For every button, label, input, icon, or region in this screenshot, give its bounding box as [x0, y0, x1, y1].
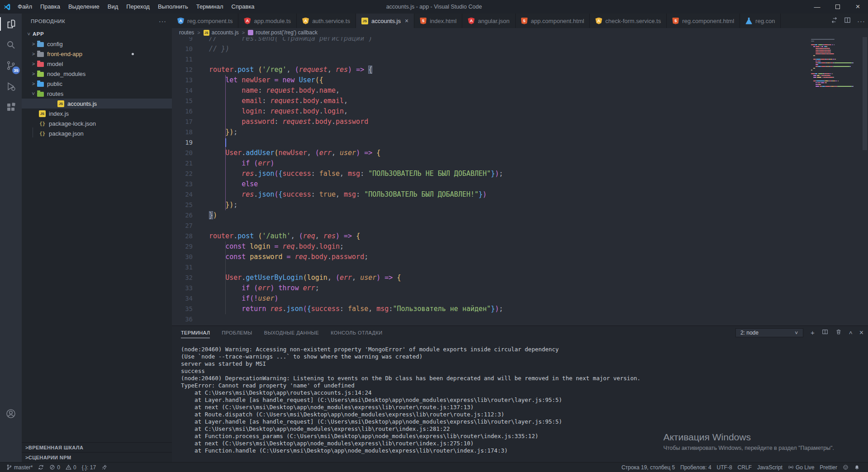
tree-item-model[interactable]: >model: [22, 59, 172, 69]
tree-item-node-modules[interactable]: >node_modules: [22, 69, 172, 79]
search-icon[interactable]: [0, 34, 22, 55]
source-control-icon[interactable]: 35: [0, 55, 22, 76]
status-rocket-icon[interactable]: [99, 463, 110, 472]
breadcrumb-item[interactable]: accounts.js: [212, 29, 239, 36]
tab-check-form-service-ts[interactable]: Acheck-form.service.ts: [590, 14, 667, 28]
close-panel-icon[interactable]: ×: [859, 330, 863, 336]
panel-tab-терминал[interactable]: ТЕРМИНАЛ: [181, 327, 210, 338]
menu-item-2[interactable]: Выделение: [64, 0, 104, 14]
status-git-branch-icon[interactable]: master*: [4, 463, 35, 472]
tab-reg-component-html[interactable]: 5reg.component.html: [667, 14, 740, 28]
editor-scrollbar[interactable]: [862, 37, 868, 339]
menu-item-1[interactable]: Правка: [36, 0, 64, 14]
kill-terminal-icon[interactable]: [835, 329, 842, 337]
terminal-line-5: TypeError: Cannot read property 'name' o…: [181, 382, 863, 389]
symbol-method-icon: [248, 30, 253, 35]
tab-reg-con[interactable]: reg.con: [740, 14, 781, 28]
windows-activation-watermark: Активация Windows Чтобы активировать Win…: [663, 432, 834, 451]
status-bell-icon[interactable]: [851, 463, 863, 472]
tab-close-icon[interactable]: ×: [405, 17, 408, 24]
files-icon[interactable]: [0, 14, 22, 34]
restore-icon[interactable]: [827, 0, 848, 14]
breadcrumb-item[interactable]: routes: [179, 29, 194, 36]
menu-item-3[interactable]: Вид: [104, 0, 123, 14]
tab-label: check-form.service.ts: [605, 18, 661, 24]
tree-item-package-json[interactable]: {}package.json: [22, 128, 172, 138]
tab-angular-json[interactable]: Aangular.json: [462, 14, 515, 28]
split-terminal-icon[interactable]: [822, 329, 828, 337]
more-actions-icon[interactable]: ···: [857, 17, 865, 25]
line-content: if(!user): [204, 293, 279, 304]
status-warning-triangle-icon[interactable]: 0: [63, 463, 79, 472]
explorer-more-actions-icon[interactable]: ···: [159, 18, 166, 25]
status-feedback-icon[interactable]: [840, 463, 851, 472]
close-icon[interactable]: ×: [848, 0, 868, 14]
status-error-circle-icon[interactable]: 0: [47, 463, 63, 472]
tab-reg-component-ts[interactable]: Areg.component.ts: [172, 14, 238, 28]
breadcrumb-item[interactable]: router.post('/reg') callback: [256, 29, 318, 36]
compare-arrows-icon[interactable]: [831, 17, 838, 25]
status-sync-icon[interactable]: [35, 463, 47, 472]
section-npm-scripts[interactable]: > СЦЕНАРИИ NPM: [22, 452, 172, 462]
source-control-badge: 35: [12, 66, 20, 74]
tree-item-accounts-js[interactable]: JSaccounts.js: [22, 99, 172, 109]
tree-root[interactable]: > APP: [22, 29, 172, 39]
status-item-javascript[interactable]: JavaScript: [754, 463, 785, 472]
tree-item-index-js[interactable]: JSindex.js: [22, 109, 172, 118]
tree-item-package-lock-json[interactable]: {}package-lock.json: [22, 118, 172, 128]
code-line-23: 23 else: [172, 179, 868, 189]
tree-item-routes[interactable]: >routes: [22, 89, 172, 99]
maximize-panel-icon[interactable]: >: [847, 331, 854, 334]
status-item-пробелов-4[interactable]: Пробелов: 4: [678, 463, 714, 472]
sync-icon: [38, 464, 44, 470]
menu-item-5[interactable]: Выполнить: [154, 0, 192, 14]
status-item-строка-19-столбец-5[interactable]: Строка 19, столбец 5: [619, 463, 678, 472]
extensions-icon[interactable]: [0, 97, 22, 118]
panel-tab-проблемы[interactable]: ПРОБЛЕМЫ: [222, 327, 252, 338]
js-file-icon: JS: [57, 100, 64, 107]
file-tree: > APP >config>front-end-app>model>node_m…: [22, 29, 172, 138]
menu-item-0[interactable]: Файл: [14, 0, 36, 14]
folder-icon: [37, 72, 44, 77]
line-content: });: [204, 200, 237, 210]
warning-triangle-icon: [66, 464, 71, 470]
tree-item-label: package.json: [49, 130, 84, 137]
breadcrumb-separator: >: [242, 30, 245, 35]
status-item-crlf[interactable]: CRLF: [735, 463, 754, 472]
tree-item-front-end-app[interactable]: >front-end-app: [22, 49, 172, 59]
tab-auth-service-ts[interactable]: Aauth.service.ts: [297, 14, 356, 28]
code-line-33: 33 if (err) throw err;: [172, 283, 868, 293]
tab-accounts-js[interactable]: JSaccounts.js×: [356, 14, 414, 28]
panel-tab-выходные-данные[interactable]: ВЫХОДНЫЕ ДАННЫЕ: [264, 327, 319, 338]
code-editor[interactable]: 9// res.send('Страница регистрации')10//…: [172, 37, 868, 339]
menu-item-7[interactable]: Справка: [228, 0, 259, 14]
menu-item-6[interactable]: Терминал: [192, 0, 228, 14]
minimap[interactable]: [811, 39, 861, 90]
tree-item-public[interactable]: >public: [22, 79, 172, 89]
section-timeline[interactable]: > ВРЕМЕННАЯ ШКАЛА: [22, 442, 172, 452]
new-terminal-icon[interactable]: +: [811, 330, 815, 336]
ng-yellow-file-icon: A: [302, 18, 309, 24]
tree-item-config[interactable]: >config: [22, 39, 172, 49]
code-line-31: 31: [172, 262, 868, 273]
menu-item-4[interactable]: Переход: [122, 0, 154, 14]
status-item-utf-8[interactable]: UTF-8: [714, 463, 735, 472]
bell-icon: [854, 464, 860, 470]
run-debug-icon[interactable]: [0, 76, 22, 97]
feedback-icon: [843, 464, 849, 470]
account-icon[interactable]: [0, 403, 22, 424]
line-number: 26: [172, 210, 204, 221]
minimize-icon[interactable]: —: [807, 0, 827, 14]
line-content: [204, 54, 209, 65]
status-broadcast-icon[interactable]: Go Live: [785, 463, 817, 472]
tab-app-module-ts[interactable]: Aapp.module.ts: [238, 14, 297, 28]
panel-tab-консоль-отладки[interactable]: КОНСОЛЬ ОТЛАДКИ: [331, 327, 382, 338]
tab-index-html[interactable]: 5index.html: [414, 14, 462, 28]
tab-app-component-html[interactable]: 5app.component.html: [516, 14, 590, 28]
split-editor-icon[interactable]: [844, 17, 851, 25]
rocket-icon: [101, 464, 107, 470]
terminal-shell-select[interactable]: 2: node >: [735, 328, 803, 337]
status-item-prettier[interactable]: Prettier: [817, 463, 840, 472]
line-number: 17: [172, 117, 204, 127]
status-item--17[interactable]: {.}: 17: [79, 463, 99, 472]
